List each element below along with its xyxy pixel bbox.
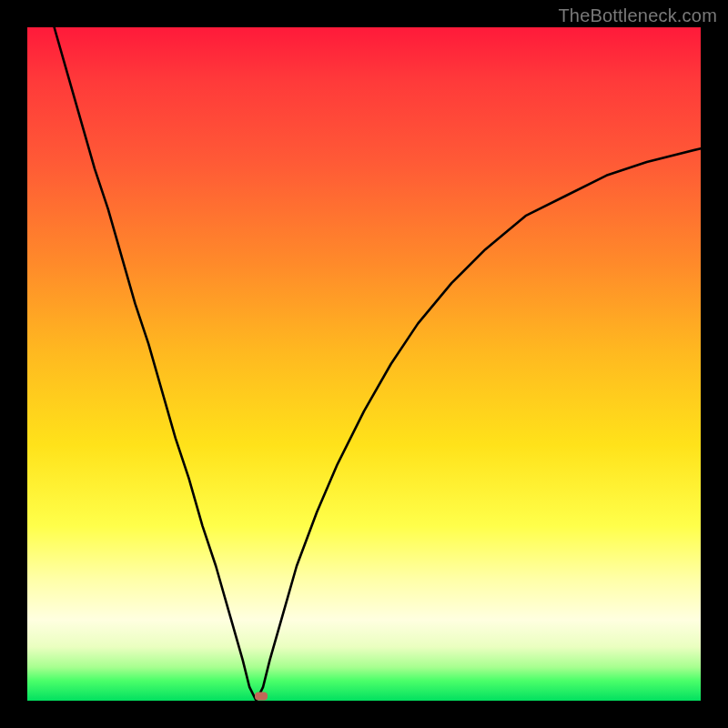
curve-right-branch xyxy=(257,148,701,701)
plot-area xyxy=(27,27,701,701)
bottleneck-curve xyxy=(27,27,701,701)
minimum-marker xyxy=(255,692,268,700)
curve-left-branch xyxy=(55,27,257,701)
chart-frame: TheBottleneck.com xyxy=(0,0,728,728)
watermark-text: TheBottleneck.com xyxy=(558,5,717,26)
